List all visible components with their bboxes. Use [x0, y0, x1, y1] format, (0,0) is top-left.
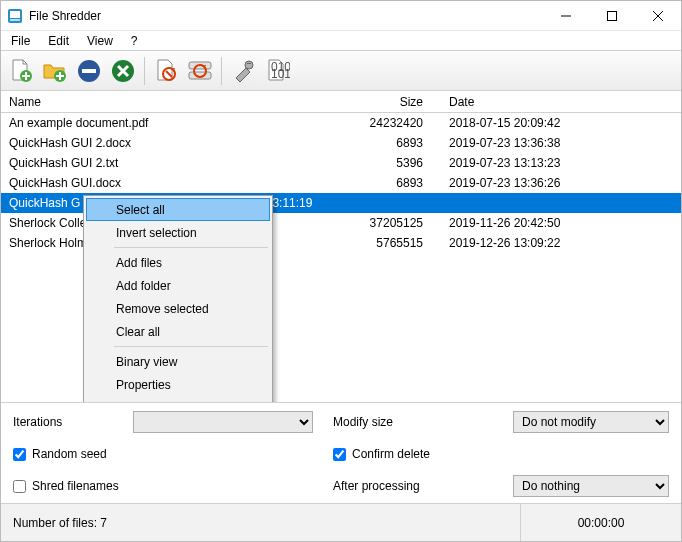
cell-size: 5765515: [331, 236, 431, 250]
statusbar: Number of files: 7 00:00:00: [1, 503, 681, 541]
context-menu: Select all Invert selection Add files Ad…: [83, 195, 273, 402]
menu-help[interactable]: ?: [131, 34, 138, 48]
clear-all-button[interactable]: [107, 55, 139, 87]
confirm-delete-checkbox[interactable]: [333, 448, 346, 461]
after-processing-select[interactable]: Do nothing: [513, 475, 669, 497]
cell-date: 2019-07-23 13:13:23: [431, 156, 681, 170]
cm-remove-selected[interactable]: Remove selected: [86, 297, 270, 320]
cell-name: QuickHash G: [1, 196, 83, 210]
cm-otevreno[interactable]: Otevřeno: [86, 396, 270, 402]
cm-separator: [114, 247, 268, 248]
column-header-date[interactable]: Date: [431, 95, 681, 109]
table-row[interactable]: QuickHash GUI 2.txt53962019-07-23 13:13:…: [1, 153, 681, 173]
svg-point-16: [245, 61, 253, 69]
cell-name: QuickHash GUI 2.docx: [1, 136, 331, 150]
file-list[interactable]: An example document.pdf242324202018-07-1…: [1, 113, 681, 402]
menu-view[interactable]: View: [87, 34, 113, 48]
svg-rect-10: [82, 69, 96, 73]
shred-all-button[interactable]: [184, 55, 216, 87]
iterations-label: Iterations: [13, 415, 133, 429]
svg-rect-17: [247, 63, 251, 64]
cm-add-folder[interactable]: Add folder: [86, 274, 270, 297]
remove-button[interactable]: [73, 55, 105, 87]
status-file-count: Number of files: 7: [1, 504, 521, 541]
cell-size: 6893: [331, 176, 431, 190]
maximize-button[interactable]: [589, 1, 635, 30]
settings-button[interactable]: [227, 55, 259, 87]
status-timer: 00:00:00: [521, 516, 681, 530]
cm-add-files[interactable]: Add files: [86, 251, 270, 274]
cm-select-all[interactable]: Select all: [86, 198, 270, 221]
shred-filenames-label: Shred filenames: [32, 479, 119, 493]
random-seed-checkbox[interactable]: [13, 448, 26, 461]
close-button[interactable]: [635, 1, 681, 30]
modify-size-select[interactable]: Do not modify: [513, 411, 669, 433]
menu-file[interactable]: File: [11, 34, 30, 48]
cell-size: 5396: [331, 156, 431, 170]
toolbar-separator: [144, 57, 145, 85]
cm-separator: [114, 346, 268, 347]
cell-date: 2018-07-15 20:09:42: [431, 116, 681, 130]
cell-size: 24232420: [331, 116, 431, 130]
cell-date: 2019-07-23 13:36:38: [431, 136, 681, 150]
column-header-name[interactable]: Name: [1, 95, 331, 109]
after-processing-label: After processing: [333, 479, 513, 493]
binary-view-button[interactable]: 010101: [261, 55, 293, 87]
add-folder-button[interactable]: [39, 55, 71, 87]
modify-size-label: Modify size: [333, 415, 513, 429]
window-title: File Shredder: [29, 9, 543, 23]
window-buttons: [543, 1, 681, 30]
table-row[interactable]: QuickHash GUI 2.docx68932019-07-23 13:36…: [1, 133, 681, 153]
cell-name: QuickHash GUI 2.txt: [1, 156, 331, 170]
list-header: Name Size Date: [1, 91, 681, 113]
cell-size: 6893: [331, 136, 431, 150]
random-seed-label: Random seed: [32, 447, 107, 461]
svg-text:101: 101: [271, 67, 290, 81]
app-window: File Shredder File Edit View ?: [0, 0, 682, 542]
confirm-delete-label: Confirm delete: [352, 447, 430, 461]
cell-size: 37205125: [331, 216, 431, 230]
menu-edit[interactable]: Edit: [48, 34, 69, 48]
svg-rect-1: [10, 11, 20, 18]
titlebar: File Shredder: [1, 1, 681, 31]
cell-date: 2019-07-23 13:36:26: [431, 176, 681, 190]
cm-clear-all[interactable]: Clear all: [86, 320, 270, 343]
minimize-button[interactable]: [543, 1, 589, 30]
cell-name: QuickHash GUI.docx: [1, 176, 331, 190]
iterations-select[interactable]: [133, 411, 313, 433]
add-file-button[interactable]: [5, 55, 37, 87]
toolbar: 010101: [1, 51, 681, 91]
cm-invert-selection[interactable]: Invert selection: [86, 221, 270, 244]
app-icon: [7, 8, 23, 24]
cell-name: An example document.pdf: [1, 116, 331, 130]
svg-rect-4: [608, 11, 617, 20]
cm-properties[interactable]: Properties: [86, 373, 270, 396]
toolbar-separator: [221, 57, 222, 85]
svg-rect-2: [10, 19, 20, 21]
menubar: File Edit View ?: [1, 31, 681, 51]
table-row[interactable]: QuickHash GUI.docx68932019-07-23 13:36:2…: [1, 173, 681, 193]
table-row[interactable]: An example document.pdf242324202018-07-1…: [1, 113, 681, 133]
cm-binary-view[interactable]: Binary view: [86, 350, 270, 373]
cell-date: 2019-12-26 13:09:22: [431, 236, 681, 250]
shred-button[interactable]: [150, 55, 182, 87]
column-header-size[interactable]: Size: [331, 95, 431, 109]
options-panel: Iterations Random seed Shred filenames M…: [1, 402, 681, 503]
cell-date: 2019-11-26 20:42:50: [431, 216, 681, 230]
shred-filenames-checkbox[interactable]: [13, 480, 26, 493]
